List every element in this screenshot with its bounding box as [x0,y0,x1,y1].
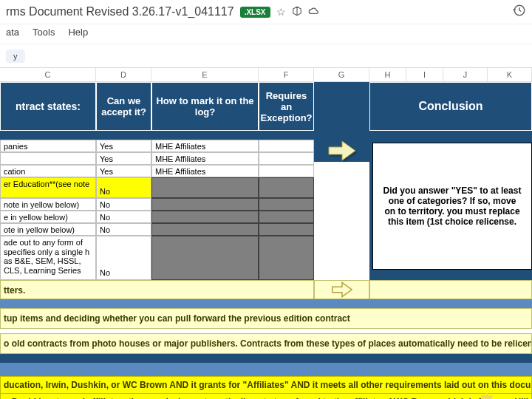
col-header-i[interactable]: I [406,68,443,81]
arrow-right-icon [329,282,355,298]
toolbar: y [0,44,532,68]
menu-data[interactable]: ata [6,27,19,38]
menu-tools[interactable]: Tools [33,27,55,38]
col-header-e[interactable]: E [151,68,259,81]
arrow-right-icon [327,140,357,162]
cell-grey[interactable] [151,236,259,280]
cell[interactable]: note in yellow below) [0,198,96,211]
star-icon[interactable]: ☆ [276,6,286,18]
cell[interactable] [259,140,314,152]
cell[interactable]: MHE Affiliates [151,140,259,152]
band-row[interactable]: o old contracts from photo houses or maj… [0,333,532,354]
cell[interactable]: cation [0,165,96,177]
menu-help[interactable]: Help [68,27,88,38]
column-headers: C D E F G H I J K [0,68,532,82]
lower-section: tters. tup items and deciding whether yo… [0,280,532,399]
move-icon[interactable] [292,6,302,18]
col-header-k[interactable]: K [488,68,532,81]
cell[interactable]: ade out to any form of specifies only a … [0,236,96,280]
cell-grey[interactable] [151,198,259,211]
cell[interactable] [0,152,96,165]
history-icon[interactable] [513,4,526,20]
hdr-spacer [314,82,369,131]
cell[interactable]: ote in yellow below) [0,223,96,236]
cell-grey[interactable] [151,177,259,198]
hdr-accept: Can we accept it? [96,82,151,131]
cell[interactable]: No [96,211,151,223]
cell-grey[interactable] [151,211,259,223]
hdr-exception: Requires an Exception? [259,82,314,131]
cell[interactable]: e in yellow below) [0,211,96,223]
hdr-conclusion: Conclusion [369,82,532,131]
arrow-col [314,140,369,162]
xlsx-badge: .XLSX [240,7,270,18]
cell-grey[interactable] [151,223,259,236]
cell[interactable]: Yes [96,165,151,177]
highlight-row[interactable]: ducation, Irwin, Dushkin, or WC Brown AN… [0,376,532,394]
cell[interactable]: panies [0,140,96,152]
cell[interactable] [259,152,314,165]
cell-grey[interactable] [259,223,314,236]
cell[interactable] [259,165,314,177]
cell-grey[interactable] [259,211,314,223]
hdr-mark: How to mark it on the log? [151,82,259,131]
col-header-h[interactable]: H [369,68,406,81]
cell[interactable]: Yes [96,152,151,165]
col-header-c[interactable]: C [0,68,96,81]
cell[interactable]: MHE Affiliates [151,152,259,165]
conclusion-col: Did you answer "YES" to at least one of … [369,140,532,280]
cell[interactable]: MHE Affiliates [151,165,259,177]
band-row[interactable]: tup items and deciding whether you can p… [0,308,532,329]
cell[interactable]: No [96,198,151,211]
col-header-d[interactable]: D [96,68,151,81]
arrow-down-icon [480,395,494,399]
conclusion-box[interactable]: Did you answer "YES" to at least one of … [372,143,532,270]
cell-highlight[interactable]: No [96,177,151,198]
cell[interactable]: No [96,236,151,280]
tters-row[interactable]: tters. [0,280,314,299]
col-header-f[interactable]: F [259,68,314,81]
left-table: paniesYesMHE Affiliates YesMHE Affiliate… [0,140,314,280]
document-title: rms Document Revised 3.26.17-v1_041117 [6,5,234,18]
arrow-cell [314,280,369,299]
title-bar: rms Document Revised 3.26.17-v1_041117 .… [0,0,532,24]
cell-grey[interactable] [259,177,314,198]
cell[interactable]: Yes [96,140,151,152]
spreadsheet[interactable]: C D E F G H I J K ntract states: Can we … [0,68,532,399]
data-block: paniesYesMHE Affiliates YesMHE Affiliate… [0,140,532,280]
spacer-row [0,131,532,140]
cell[interactable]: No [96,223,151,236]
menu-bar: ata Tools Help [0,24,532,44]
band-right[interactable] [369,280,532,299]
table-header: ntract states: Can we accept it? How to … [0,82,532,131]
cell-grey[interactable] [259,198,314,211]
cell-grey[interactable] [259,236,314,280]
col-header-j[interactable]: J [443,68,488,81]
hdr-contract: ntract states: [0,82,96,131]
toolbar-button[interactable]: y [6,50,25,63]
highlight-row[interactable]: o Dushkin, etc. and affiliates, the perm… [0,394,532,399]
cloud-icon[interactable] [308,6,320,18]
col-header-g[interactable]: G [314,68,369,81]
cell-highlight[interactable]: er Education**(see note [0,177,96,198]
